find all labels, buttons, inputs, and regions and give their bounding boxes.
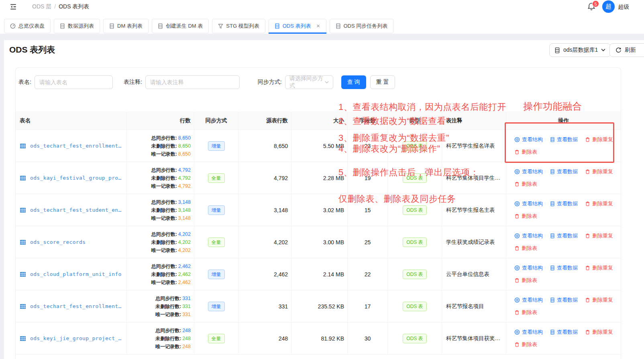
stat-total-value: 3,148 <box>178 199 191 205</box>
tab-dashboard[interactable]: 总览仪表盘 <box>4 19 51 33</box>
page-title: ODS 表列表 <box>9 44 55 55</box>
tab-label: STG 模型列表 <box>226 22 259 30</box>
tab-ods-table-list[interactable]: ODS 表列表 ✕ <box>269 19 326 33</box>
data-table-icon <box>550 233 555 239</box>
trash-icon <box>514 181 520 187</box>
refresh-button[interactable]: 刷新 <box>609 43 644 57</box>
stat-remaining-label: 未删除行数: <box>151 272 177 277</box>
delete-duplicates-link[interactable]: 删除重复 <box>585 264 613 272</box>
sync-tag: 全量 <box>208 173 225 183</box>
data-table-icon <box>550 201 555 207</box>
table-icon <box>336 23 341 29</box>
view-structure-link[interactable]: 查看结构 <box>514 232 543 239</box>
delete-duplicates-link[interactable]: 删除重复 <box>585 329 613 336</box>
delete-duplicates-link[interactable]: 删除重复 <box>585 168 613 175</box>
structure-target-icon <box>514 329 520 335</box>
view-data-link[interactable]: 查看数据 <box>550 329 578 336</box>
ods-table: 表名 行数 同步方式 源表行数 大小 字段数 类型 表注释 操作 ods_tec… <box>16 112 621 355</box>
search-button[interactable]: 查 询 <box>341 75 366 89</box>
view-structure-link[interactable]: 查看结构 <box>514 168 543 175</box>
table-name-link[interactable]: ods_score_records <box>30 239 86 245</box>
view-data-link[interactable]: 查看数据 <box>550 264 578 272</box>
table-grid-icon <box>20 303 26 310</box>
table-comment-input[interactable] <box>145 75 240 89</box>
header-source: 源表行数 <box>238 112 291 130</box>
tab-label: 数据源列表 <box>68 22 94 30</box>
stat-unique-label: 唯一记录数: <box>151 280 177 285</box>
view-data-link[interactable]: 查看数据 <box>550 296 578 304</box>
view-data-link[interactable]: 查看数据 <box>550 232 578 239</box>
source-rows-value: 8,650 <box>238 130 291 162</box>
delete-table-link[interactable]: 删除表 <box>514 148 537 156</box>
stat-unique-value: 8,650 <box>178 151 191 157</box>
tab-ods-sync-task-list[interactable]: ODS 同步任务列表 <box>330 19 394 33</box>
tab-datasource-list[interactable]: 数据源列表 <box>54 19 100 33</box>
delete-table-link[interactable]: 删除表 <box>514 213 537 220</box>
delete-table-link[interactable]: 删除表 <box>514 245 537 252</box>
breadcrumb-separator: / <box>54 3 56 10</box>
sync-select-placeholder: 请选择同步方式 <box>289 75 325 89</box>
delete-duplicates-link[interactable]: 删除重复 <box>585 136 613 143</box>
size-value: 3.00 MB <box>291 226 348 258</box>
table-row: ods_techart_fest_enrollment… 总同步行数:331 未… <box>16 290 621 322</box>
breadcrumb-parent[interactable]: ODS 层 <box>32 3 51 10</box>
tab-create-derived-dm[interactable]: 创建派生 DM 表 <box>152 19 209 33</box>
view-structure-link[interactable]: 查看结构 <box>514 264 543 272</box>
view-structure-link[interactable]: 查看结构 <box>514 296 543 304</box>
reset-button[interactable]: 重 置 <box>370 75 395 89</box>
header-type: 类型 <box>388 112 442 130</box>
trash-icon <box>514 342 520 347</box>
view-data-link[interactable]: 查看数据 <box>550 168 578 175</box>
delete-duplicates-link[interactable]: 删除重复 <box>585 232 613 239</box>
delete-duplicates-link[interactable]: 删除重复 <box>585 296 613 304</box>
structure-target-icon <box>514 137 520 142</box>
menu-fold-icon[interactable] <box>10 3 17 10</box>
delete-duplicates-link[interactable]: 删除重复 <box>585 200 613 207</box>
chevron-down-icon <box>601 49 605 52</box>
comment-text: 科艺节报名项目 <box>442 290 506 322</box>
stat-total-label: 总同步行数: <box>151 167 177 173</box>
table-name-link[interactable]: ods_keyi_jie_group_project_… <box>30 335 122 341</box>
type-tag: ODS 表 <box>403 270 426 279</box>
table-name-input[interactable] <box>35 75 113 89</box>
stat-unique-value: 331 <box>182 312 191 317</box>
field-count-value: 19 <box>348 162 388 194</box>
view-structure-link[interactable]: 查看结构 <box>514 329 543 336</box>
delete-table-link[interactable]: 删除表 <box>514 341 537 348</box>
table-name-link[interactable]: ods_techart_fest_student_en… <box>30 207 122 213</box>
trash-icon <box>514 278 520 283</box>
type-tag: ODS 表 <box>403 173 426 183</box>
avatar[interactable]: 超 <box>602 0 615 13</box>
tab-label: ODS 同步任务列表 <box>344 22 388 30</box>
view-structure-link[interactable]: 查看结构 <box>514 136 543 143</box>
delete-table-link[interactable]: 删除表 <box>514 181 537 188</box>
table-name-link[interactable]: ods_cloud_platform_unit_info <box>30 271 122 277</box>
notification-bell-icon[interactable]: 5 <box>587 2 597 12</box>
header-comment: 表注释 <box>442 112 506 130</box>
view-structure-link[interactable]: 查看结构 <box>514 200 543 207</box>
stat-total-label: 总同步行数: <box>151 199 177 205</box>
data-table-icon <box>550 329 555 335</box>
data-table-icon <box>550 265 555 271</box>
stat-unique-value: 2,462 <box>178 280 191 285</box>
stat-total-label: 总同步行数: <box>155 296 181 301</box>
comment-filter-label: 表注释: <box>124 79 142 86</box>
close-tab-icon[interactable]: ✕ <box>316 23 320 29</box>
table-name-link[interactable]: ods_techart_fest_enrollment… <box>30 143 122 149</box>
table-icon <box>60 23 65 29</box>
table-name-link[interactable]: ods_kayi_festival_group_pro… <box>30 175 122 181</box>
view-data-link[interactable]: 查看数据 <box>550 136 578 143</box>
dashboard-icon <box>10 23 16 29</box>
tab-dm-table-list[interactable]: DM 表列表 <box>103 19 149 33</box>
database-selector[interactable]: ods层数据库1 <box>549 43 611 57</box>
stat-unique-label: 唯一记录数: <box>151 151 177 157</box>
table-name-link[interactable]: ods_techart_fest_enrollment… <box>30 303 122 309</box>
stat-total-value: 331 <box>182 296 191 301</box>
delete-table-link[interactable]: 删除表 <box>514 277 537 284</box>
tab-stg-model-list[interactable]: STG 模型列表 <box>212 19 265 33</box>
content-card: 表名: 表注释: 同步方式: 请选择同步方式 查 询 重 置 表名 行数 同步方… <box>15 67 621 359</box>
sync-method-select[interactable]: 请选择同步方式 <box>285 75 333 89</box>
source-rows-value: 331 <box>238 290 291 322</box>
view-data-link[interactable]: 查看数据 <box>550 200 578 207</box>
delete-table-link[interactable]: 删除表 <box>514 309 537 316</box>
